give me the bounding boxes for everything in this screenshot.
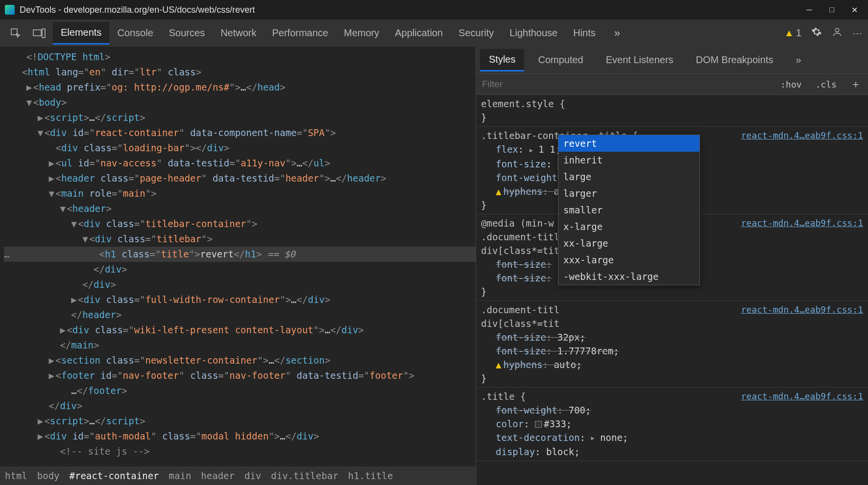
- breadcrumb-item[interactable]: h1.title: [348, 470, 393, 481]
- dom-line[interactable]: ▶<ul id="nav-access" data-testid="a11y-n…: [4, 156, 476, 171]
- dom-line[interactable]: <html lang="en" dir="ltr" class>: [4, 65, 476, 80]
- tab-elements[interactable]: Elements: [53, 22, 109, 45]
- dom-line[interactable]: … <h1 class="title">revert</h1> == $0: [4, 247, 476, 262]
- breadcrumb-item[interactable]: body: [37, 470, 60, 481]
- inspect-icon[interactable]: [6, 24, 25, 42]
- more-tabs-icon[interactable]: »: [607, 24, 627, 42]
- css-rule[interactable]: react-mdn.4…eab9f.css:1.document-titldiv…: [476, 301, 868, 388]
- breadcrumb-item[interactable]: html: [5, 470, 27, 481]
- cls-button[interactable]: .cls: [809, 79, 844, 90]
- tab-console[interactable]: Console: [109, 23, 161, 44]
- styles-panel: StylesComputedEvent ListenersDOM Breakpo…: [476, 46, 868, 485]
- autocomplete-option[interactable]: x-large: [558, 218, 699, 235]
- dom-line[interactable]: ▼<div class="titlebar-container">: [4, 216, 476, 231]
- source-link[interactable]: react-mdn.4…eab9f.css:1: [741, 303, 863, 317]
- dom-line[interactable]: </main>: [4, 338, 476, 353]
- dom-line[interactable]: ▶<section class="newsletter-container">……: [4, 353, 476, 368]
- dom-line[interactable]: ▼<div class="titlebar">: [4, 231, 476, 247]
- autocomplete-option[interactable]: xx-large: [558, 235, 699, 252]
- dom-line[interactable]: <!DOCTYPE html>: [4, 49, 476, 65]
- dom-line[interactable]: ▶<head prefix="og: http://ogp.me/ns#">…<…: [4, 80, 476, 95]
- dom-line[interactable]: ▶<div class="wiki-left-present content-l…: [4, 323, 476, 338]
- autocomplete-option[interactable]: inherit: [558, 152, 699, 168]
- autocomplete-option[interactable]: large: [558, 168, 699, 185]
- filter-input[interactable]: [476, 79, 773, 90]
- svg-point-3: [835, 28, 839, 32]
- elements-panel: <!DOCTYPE html> <html lang="en" dir="ltr…: [0, 46, 476, 485]
- dom-line[interactable]: ▼<main role="main">: [4, 186, 476, 201]
- filter-bar: :hov .cls ＋: [476, 73, 868, 95]
- dom-line[interactable]: ▼<header>: [4, 201, 476, 216]
- minimize-button[interactable]: ─: [805, 6, 813, 14]
- dom-line[interactable]: </div>: [4, 262, 476, 277]
- source-link[interactable]: react-mdn.4…eab9f.css:1: [741, 216, 863, 230]
- tab-network[interactable]: Network: [213, 23, 264, 44]
- dom-line[interactable]: ▶<div id="auth-modal" class="modal hidde…: [4, 429, 476, 444]
- styles-tabs: StylesComputedEvent ListenersDOM Breakpo…: [476, 46, 868, 73]
- window-titlebar: DevTools - developer.mozilla.org/en-US/d…: [0, 0, 868, 20]
- css-rule[interactable]: react-mdn.4…eab9f.css:1.title {font-weig…: [476, 388, 868, 462]
- breadcrumb-item[interactable]: main: [169, 470, 192, 481]
- dom-line[interactable]: ▼<body>: [4, 95, 476, 110]
- breadcrumb-item[interactable]: #react-container: [70, 470, 159, 481]
- styles-tab-dom-breakpoints[interactable]: DOM Breakpoints: [687, 49, 782, 70]
- new-rule-button[interactable]: ＋: [844, 77, 868, 92]
- dom-line[interactable]: </div>: [4, 277, 476, 292]
- source-link[interactable]: react-mdn.4…eab9f.css:1: [741, 129, 863, 142]
- dom-line[interactable]: <div class="loading-bar"></div>: [4, 140, 476, 156]
- dom-tree[interactable]: <!DOCTYPE html> <html lang="en" dir="ltr…: [0, 46, 476, 466]
- dom-line[interactable]: ▶<script>…</script>: [4, 414, 476, 429]
- svg-rect-1: [33, 30, 41, 36]
- dom-line[interactable]: ▶<header class="page-header" data-testid…: [4, 171, 476, 186]
- autocomplete-option[interactable]: xxx-large: [558, 252, 699, 268]
- hov-button[interactable]: :hov: [773, 79, 808, 90]
- dom-line[interactable]: ▶<script>…</script>: [4, 110, 476, 125]
- close-button[interactable]: ✕: [850, 6, 858, 14]
- tab-lighthouse[interactable]: Lighthouse: [502, 23, 565, 44]
- autocomplete-option[interactable]: -webkit-xxx-large: [558, 268, 699, 285]
- breadcrumb-bar[interactable]: htmlbody#react-containermainheaderdivdiv…: [0, 466, 476, 485]
- svg-rect-2: [42, 29, 45, 38]
- main-toolbar: ElementsConsoleSourcesNetworkPerformance…: [0, 20, 868, 46]
- breadcrumb-item[interactable]: div: [244, 470, 261, 481]
- source-link[interactable]: react-mdn.4…eab9f.css:1: [741, 390, 863, 403]
- tab-memory[interactable]: Memory: [336, 23, 387, 44]
- settings-icon[interactable]: [811, 26, 822, 40]
- tab-hints[interactable]: Hints: [565, 23, 603, 44]
- dom-line[interactable]: ▼<div id="react-container" data-componen…: [4, 125, 476, 140]
- more-styles-tabs-icon[interactable]: »: [787, 49, 810, 70]
- dom-line[interactable]: </div>: [4, 398, 476, 414]
- dom-line[interactable]: </header>: [4, 307, 476, 323]
- css-rule[interactable]: element.style {}: [476, 95, 868, 127]
- tab-sources[interactable]: Sources: [161, 23, 213, 44]
- autocomplete-option[interactable]: revert: [558, 135, 699, 152]
- tab-performance[interactable]: Performance: [265, 23, 337, 44]
- window-title: DevTools - developer.mozilla.org/en-US/d…: [20, 5, 805, 15]
- account-icon[interactable]: [832, 26, 843, 40]
- tab-security[interactable]: Security: [451, 23, 502, 44]
- styles-tab-computed[interactable]: Computed: [529, 49, 592, 70]
- breadcrumb-item[interactable]: div.titlebar: [271, 470, 338, 481]
- kebab-menu-icon[interactable]: ⋯: [852, 27, 862, 39]
- styles-tab-styles[interactable]: Styles: [480, 49, 524, 71]
- styles-tab-event-listeners[interactable]: Event Listeners: [597, 49, 682, 70]
- app-icon: [5, 5, 15, 15]
- tab-application[interactable]: Application: [387, 23, 451, 44]
- dom-line[interactable]: …</footer>: [4, 383, 476, 398]
- autocomplete-popup[interactable]: revertinheritlargelargersmallerx-largexx…: [558, 135, 700, 285]
- maximize-button[interactable]: □: [828, 6, 836, 14]
- autocomplete-option[interactable]: larger: [558, 185, 699, 202]
- autocomplete-option[interactable]: smaller: [558, 202, 699, 218]
- warning-badge[interactable]: ▲1: [784, 27, 801, 39]
- dom-line[interactable]: ▶<div class="full-width-row-container">……: [4, 292, 476, 307]
- dom-line[interactable]: ▶<footer id="nav-footer" class="nav-foot…: [4, 368, 476, 383]
- device-toggle-icon[interactable]: [29, 24, 49, 42]
- breadcrumb-item[interactable]: header: [201, 470, 235, 481]
- dom-line[interactable]: <!-- site js -->: [4, 444, 476, 459]
